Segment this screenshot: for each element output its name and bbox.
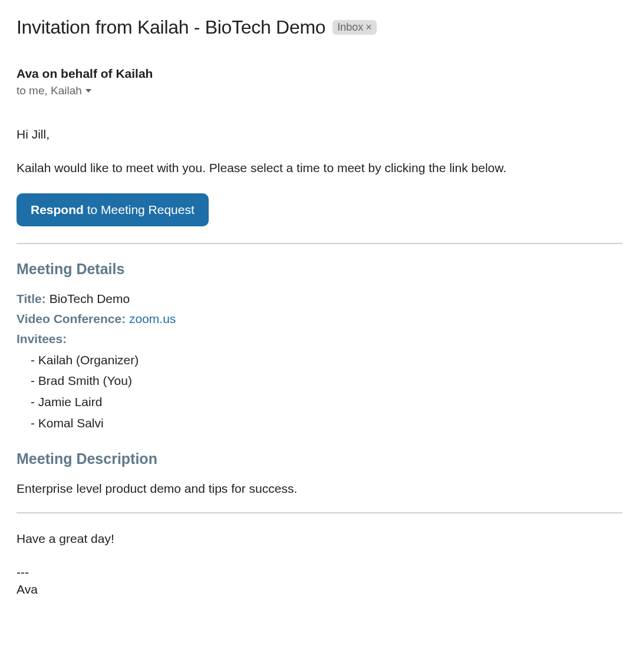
list-item: Kailah (Organizer) xyxy=(31,350,622,371)
recipients-text: to me, Kailah xyxy=(17,84,82,97)
title-value-text: BioTech Demo xyxy=(50,292,130,305)
invitees-list: Kailah (Organizer) Brad Smith (You) Jami… xyxy=(17,350,622,434)
respond-button[interactable]: Respond to Meeting Request xyxy=(17,193,209,226)
closing-line: Have a great day! xyxy=(17,530,622,547)
meeting-description-heading: Meeting Description xyxy=(17,450,622,467)
list-item: Jamie Laird xyxy=(31,391,622,413)
title-label: Title: xyxy=(17,292,46,305)
email-sender: Ava on behalf of Kailah xyxy=(17,67,622,81)
email-subject: Invitation from Kailah - BioTech Demo xyxy=(17,17,325,38)
divider xyxy=(17,512,622,513)
video-conf-label: Video Conference: xyxy=(17,312,126,325)
video-conf-link[interactable]: zoom.us xyxy=(129,312,176,325)
signature-dashes: --- xyxy=(17,564,622,581)
email-intro: Kailah would like to meet with you. Plea… xyxy=(17,159,622,176)
close-icon[interactable]: × xyxy=(365,21,372,34)
respond-button-normal: to Meeting Request xyxy=(84,203,195,216)
inbox-badge-label: Inbox xyxy=(337,21,363,34)
inbox-badge[interactable]: Inbox × xyxy=(332,20,377,35)
meeting-details-heading: Meeting Details xyxy=(17,261,622,278)
divider xyxy=(17,243,622,244)
meeting-description-text: Enterprise level product demo and tips f… xyxy=(17,482,622,496)
list-item: Brad Smith (You) xyxy=(31,370,622,391)
respond-button-bold: Respond xyxy=(31,203,84,216)
list-item: Komal Salvi xyxy=(31,413,622,434)
signature-name: Ava xyxy=(17,581,622,598)
email-greeting: Hi Jill, xyxy=(17,126,622,143)
invitees-label: Invitees: xyxy=(17,332,622,346)
chevron-down-icon[interactable] xyxy=(85,89,91,93)
email-recipients[interactable]: to me, Kailah xyxy=(17,84,622,97)
